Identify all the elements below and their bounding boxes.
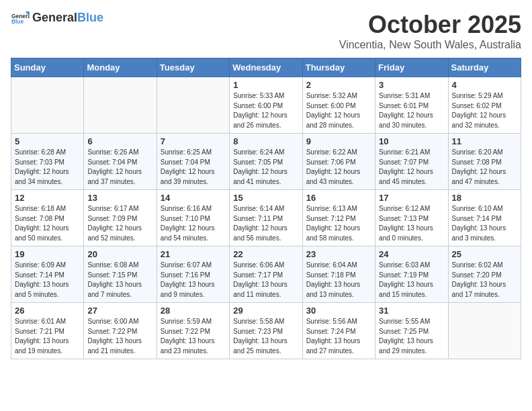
calendar-cell: 26Sunrise: 6:01 AM Sunset: 7:21 PM Dayli…	[11, 303, 84, 359]
day-number: 8	[233, 136, 298, 146]
day-number: 10	[379, 136, 444, 146]
page-header: General Blue GeneralBlue October 2025 Vi…	[11, 11, 521, 51]
day-info: Sunrise: 6:25 AM Sunset: 7:04 PM Dayligh…	[161, 148, 226, 187]
calendar-cell: 31Sunrise: 5:55 AM Sunset: 7:25 PM Dayli…	[375, 303, 448, 359]
logo: General Blue GeneralBlue	[11, 11, 103, 25]
week-row-0: 1Sunrise: 5:33 AM Sunset: 6:00 PM Daylig…	[11, 77, 521, 134]
weekday-header-monday: Monday	[84, 58, 157, 77]
day-number: 4	[452, 80, 517, 90]
day-number: 20	[87, 249, 152, 259]
title-area: October 2025 Vincentia, New South Wales,…	[339, 11, 521, 51]
day-number: 9	[306, 136, 371, 146]
calendar-cell: 29Sunrise: 5:58 AM Sunset: 7:23 PM Dayli…	[230, 303, 302, 359]
calendar-cell: 22Sunrise: 6:06 AM Sunset: 7:17 PM Dayli…	[230, 246, 302, 303]
day-info: Sunrise: 6:24 AM Sunset: 7:05 PM Dayligh…	[233, 148, 298, 187]
logo-icon: General Blue	[11, 11, 30, 25]
day-info: Sunrise: 6:02 AM Sunset: 7:20 PM Dayligh…	[452, 261, 517, 300]
calendar-body: 1Sunrise: 5:33 AM Sunset: 6:00 PM Daylig…	[11, 77, 521, 359]
day-info: Sunrise: 6:12 AM Sunset: 7:13 PM Dayligh…	[379, 204, 444, 243]
day-number: 25	[452, 249, 517, 259]
day-info: Sunrise: 6:28 AM Sunset: 7:03 PM Dayligh…	[15, 148, 80, 187]
day-info: Sunrise: 6:03 AM Sunset: 7:19 PM Dayligh…	[379, 261, 444, 300]
weekday-header-wednesday: Wednesday	[230, 58, 302, 77]
calendar-cell: 14Sunrise: 6:16 AM Sunset: 7:10 PM Dayli…	[157, 190, 229, 246]
day-info: Sunrise: 5:33 AM Sunset: 6:00 PM Dayligh…	[233, 91, 298, 130]
calendar-cell: 15Sunrise: 6:14 AM Sunset: 7:11 PM Dayli…	[230, 190, 302, 246]
calendar-cell: 8Sunrise: 6:24 AM Sunset: 7:05 PM Daylig…	[230, 134, 302, 190]
weekday-header-friday: Friday	[375, 58, 448, 77]
day-info: Sunrise: 5:31 AM Sunset: 6:01 PM Dayligh…	[379, 91, 444, 130]
day-number: 16	[306, 193, 371, 203]
day-info: Sunrise: 5:55 AM Sunset: 7:25 PM Dayligh…	[379, 317, 444, 356]
calendar-cell: 3Sunrise: 5:31 AM Sunset: 6:01 PM Daylig…	[375, 77, 448, 134]
week-row-2: 12Sunrise: 6:18 AM Sunset: 7:08 PM Dayli…	[11, 190, 521, 246]
day-info: Sunrise: 6:09 AM Sunset: 7:14 PM Dayligh…	[15, 261, 80, 300]
day-info: Sunrise: 6:20 AM Sunset: 7:08 PM Dayligh…	[452, 148, 517, 187]
calendar-cell	[448, 303, 521, 359]
day-info: Sunrise: 5:58 AM Sunset: 7:23 PM Dayligh…	[233, 317, 298, 356]
calendar-header: SundayMondayTuesdayWednesdayThursdayFrid…	[11, 58, 521, 77]
day-number: 18	[452, 193, 517, 203]
location-title: Vincentia, New South Wales, Australia	[339, 39, 521, 51]
day-info: Sunrise: 6:06 AM Sunset: 7:17 PM Dayligh…	[233, 261, 298, 300]
day-number: 1	[233, 80, 298, 90]
month-title: October 2025	[339, 11, 521, 39]
day-info: Sunrise: 6:08 AM Sunset: 7:15 PM Dayligh…	[87, 261, 152, 300]
calendar-cell: 27Sunrise: 6:00 AM Sunset: 7:22 PM Dayli…	[84, 303, 157, 359]
calendar-cell: 12Sunrise: 6:18 AM Sunset: 7:08 PM Dayli…	[11, 190, 84, 246]
calendar-cell: 23Sunrise: 6:04 AM Sunset: 7:18 PM Dayli…	[302, 246, 375, 303]
week-row-3: 19Sunrise: 6:09 AM Sunset: 7:14 PM Dayli…	[11, 246, 521, 303]
calendar-cell: 7Sunrise: 6:25 AM Sunset: 7:04 PM Daylig…	[157, 134, 229, 190]
day-number: 3	[379, 80, 444, 90]
day-number: 7	[161, 136, 226, 146]
calendar-cell: 20Sunrise: 6:08 AM Sunset: 7:15 PM Dayli…	[84, 246, 157, 303]
day-number: 21	[161, 249, 226, 259]
calendar-cell: 1Sunrise: 5:33 AM Sunset: 6:00 PM Daylig…	[230, 77, 302, 134]
day-info: Sunrise: 5:29 AM Sunset: 6:02 PM Dayligh…	[452, 91, 517, 130]
day-number: 30	[306, 306, 371, 316]
day-number: 19	[15, 249, 80, 259]
day-number: 27	[87, 306, 152, 316]
calendar-cell: 16Sunrise: 6:13 AM Sunset: 7:12 PM Dayli…	[302, 190, 375, 246]
calendar-cell: 13Sunrise: 6:17 AM Sunset: 7:09 PM Dayli…	[84, 190, 157, 246]
day-number: 24	[379, 249, 444, 259]
day-info: Sunrise: 5:59 AM Sunset: 7:22 PM Dayligh…	[161, 317, 226, 356]
day-number: 22	[233, 249, 298, 259]
day-info: Sunrise: 6:13 AM Sunset: 7:12 PM Dayligh…	[306, 204, 371, 243]
calendar-cell: 24Sunrise: 6:03 AM Sunset: 7:19 PM Dayli…	[375, 246, 448, 303]
day-info: Sunrise: 6:10 AM Sunset: 7:14 PM Dayligh…	[452, 204, 517, 243]
calendar-cell: 18Sunrise: 6:10 AM Sunset: 7:14 PM Dayli…	[448, 190, 521, 246]
calendar-cell: 10Sunrise: 6:21 AM Sunset: 7:07 PM Dayli…	[375, 134, 448, 190]
logo-text-general: General	[32, 11, 77, 25]
week-row-1: 5Sunrise: 6:28 AM Sunset: 7:03 PM Daylig…	[11, 134, 521, 190]
weekday-header-row: SundayMondayTuesdayWednesdayThursdayFrid…	[11, 58, 521, 77]
calendar-cell: 21Sunrise: 6:07 AM Sunset: 7:16 PM Dayli…	[157, 246, 229, 303]
day-number: 13	[87, 193, 152, 203]
day-info: Sunrise: 6:01 AM Sunset: 7:21 PM Dayligh…	[15, 317, 80, 356]
day-number: 15	[233, 193, 298, 203]
day-number: 11	[452, 136, 517, 146]
day-number: 5	[15, 136, 80, 146]
calendar-table: SundayMondayTuesdayWednesdayThursdayFrid…	[11, 58, 521, 359]
logo-text-blue: Blue	[77, 11, 103, 25]
calendar-cell: 11Sunrise: 6:20 AM Sunset: 7:08 PM Dayli…	[448, 134, 521, 190]
day-number: 31	[379, 306, 444, 316]
calendar-cell: 5Sunrise: 6:28 AM Sunset: 7:03 PM Daylig…	[11, 134, 84, 190]
day-number: 6	[87, 136, 152, 146]
day-info: Sunrise: 6:22 AM Sunset: 7:06 PM Dayligh…	[306, 148, 371, 187]
svg-text:Blue: Blue	[11, 18, 24, 25]
calendar-cell: 17Sunrise: 6:12 AM Sunset: 7:13 PM Dayli…	[375, 190, 448, 246]
day-number: 12	[15, 193, 80, 203]
week-row-4: 26Sunrise: 6:01 AM Sunset: 7:21 PM Dayli…	[11, 303, 521, 359]
calendar-cell	[157, 77, 229, 134]
day-info: Sunrise: 5:32 AM Sunset: 6:00 PM Dayligh…	[306, 91, 371, 130]
calendar-cell: 25Sunrise: 6:02 AM Sunset: 7:20 PM Dayli…	[448, 246, 521, 303]
day-info: Sunrise: 6:16 AM Sunset: 7:10 PM Dayligh…	[161, 204, 226, 243]
day-number: 26	[15, 306, 80, 316]
calendar-cell: 9Sunrise: 6:22 AM Sunset: 7:06 PM Daylig…	[302, 134, 375, 190]
day-number: 2	[306, 80, 371, 90]
day-number: 17	[379, 193, 444, 203]
weekday-header-thursday: Thursday	[302, 58, 375, 77]
weekday-header-tuesday: Tuesday	[157, 58, 229, 77]
calendar-cell: 6Sunrise: 6:26 AM Sunset: 7:04 PM Daylig…	[84, 134, 157, 190]
